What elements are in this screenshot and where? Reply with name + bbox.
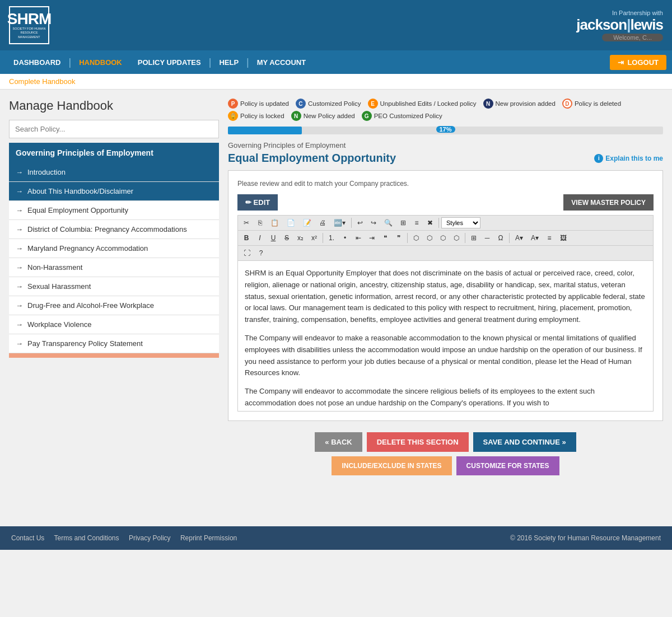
include-exclude-button[interactable]: INCLUDE/EXCLUDE IN STATES xyxy=(332,456,451,475)
view-master-button[interactable]: VIEW MASTER POLICY xyxy=(563,194,654,211)
nav-policy-updates[interactable]: POLICY UPDATES xyxy=(130,50,209,74)
logout-icon: ⇥ xyxy=(618,58,624,67)
badge-p: P xyxy=(228,99,238,109)
tb-redo[interactable]: ↪ xyxy=(367,217,380,228)
tb-align-c[interactable]: ⬡ xyxy=(423,232,436,244)
back-button[interactable]: « BACK xyxy=(315,432,362,452)
sidebar-item-introduction[interactable]: → Introduction xyxy=(9,163,219,182)
toolbar-row-2: B I U S x₂ x² 1. • ⇤ ⇥ ❝ ❞ ⬡ ⬡ ⬡ ⬡ ⊞ xyxy=(237,230,654,245)
sidebar-item-workplace-violence[interactable]: → Workplace Violence xyxy=(9,315,219,334)
tb-quote2[interactable]: ❞ xyxy=(393,232,405,244)
tb-remove-format[interactable]: ✖ xyxy=(424,217,436,228)
breadcrumb-link[interactable]: Complete Handbook xyxy=(9,77,76,86)
toolbar-row-3: ⛶ ? xyxy=(237,245,654,260)
footer-reprint[interactable]: Reprint Permission xyxy=(180,534,237,542)
tb-image[interactable]: 🖼 xyxy=(557,232,570,244)
editor-content[interactable]: SHRM is an Equal Opportunity Employer th… xyxy=(237,260,654,412)
sidebar-item-eeo[interactable]: → Equal Employment Opportunity xyxy=(9,201,219,220)
sidebar-item-drug-free[interactable]: → Drug-Free and Alcohol-Free Workplace xyxy=(9,296,219,315)
arrow-icon: → xyxy=(16,187,23,195)
tb-cut[interactable]: ✂ xyxy=(240,217,253,228)
tb-outdent[interactable]: ⇤ xyxy=(352,232,365,244)
shrm-sub: SOCIETY FOR HUMANRESOURCE MANAGEMENT xyxy=(10,27,48,39)
tb-align-left[interactable]: ≡ xyxy=(410,217,423,228)
info-icon: i xyxy=(594,154,603,163)
nav-handbook[interactable]: HANDBOOK xyxy=(71,50,130,74)
arrow-icon: → xyxy=(16,282,23,291)
tb-strikethrough[interactable]: S xyxy=(281,232,293,244)
tb-bg-color[interactable]: A▾ xyxy=(528,232,542,244)
sidebar-section-header: Governing Principles of Employment xyxy=(9,143,219,163)
sidebar-item-maryland[interactable]: → Maryland Pregnancy Accommodation xyxy=(9,239,219,258)
sidebar-item-sexual-harassment[interactable]: → Sexual Harassment xyxy=(9,277,219,296)
nav-help[interactable]: HELP xyxy=(211,50,246,74)
tb-paste2[interactable]: 📄 xyxy=(283,217,298,228)
footer-privacy[interactable]: Privacy Policy xyxy=(129,534,171,542)
tb-sep-5 xyxy=(465,233,465,243)
explain-link[interactable]: i Explain this to me xyxy=(594,154,663,163)
delete-button[interactable]: DELETE THIS SECTION xyxy=(367,432,469,452)
shrm-logo: SHRM SOCIETY FOR HUMANRESOURCE MANAGEMEN… xyxy=(9,6,49,44)
bottom-buttons: « BACK DELETE THIS SECTION SAVE AND CONT… xyxy=(228,432,663,475)
save-button[interactable]: SAVE AND CONTINUE » xyxy=(473,432,576,452)
tb-copy[interactable]: ⎘ xyxy=(254,217,266,228)
tb-undo[interactable]: ↩ xyxy=(354,217,366,228)
progress-container: 17% xyxy=(228,127,663,134)
tb-blockquote[interactable]: ❝ xyxy=(379,232,391,244)
tb-sep-2 xyxy=(438,218,439,228)
search-input[interactable] xyxy=(9,120,219,138)
legend: P Policy is updated C Customized Policy … xyxy=(228,99,663,121)
tb-spellcheck[interactable]: 🔤▾ xyxy=(330,217,349,228)
policy-title-row: Equal Employment Opportunity i Explain t… xyxy=(228,152,663,165)
tb-ordered-list[interactable]: 1. xyxy=(325,232,338,244)
logout-button[interactable]: ⇥ LOGOUT xyxy=(610,55,666,70)
tb-italic[interactable]: I xyxy=(254,232,266,244)
arrow-icon: → xyxy=(16,244,23,253)
tb-underline[interactable]: U xyxy=(267,232,279,244)
customize-states-button[interactable]: CUSTOMIZE FOR STATES xyxy=(456,456,559,475)
tb-select-all[interactable]: ⊞ xyxy=(397,217,409,228)
tb-align-r[interactable]: ⬡ xyxy=(437,232,449,244)
nav-dashboard[interactable]: DASHBOARD xyxy=(6,50,69,74)
top-header: SHRM SOCIETY FOR HUMANRESOURCE MANAGEMEN… xyxy=(0,0,672,50)
tb-fullscreen[interactable]: ⛶ xyxy=(240,247,254,259)
badge-lock: 🔒 xyxy=(228,111,238,121)
tb-superscript[interactable]: x² xyxy=(308,232,320,244)
tb-hr[interactable]: ─ xyxy=(481,232,493,244)
tb-font-color[interactable]: A▾ xyxy=(512,232,526,244)
edit-button[interactable]: ✏ EDIT xyxy=(237,194,278,211)
tb-align-l[interactable]: ⬡ xyxy=(410,232,422,244)
tb-subscript[interactable]: x₂ xyxy=(294,232,307,244)
tb-paste3[interactable]: 📝 xyxy=(300,217,315,228)
tb-unordered-list[interactable]: • xyxy=(339,232,351,244)
footer-terms[interactable]: Terms and Conditions xyxy=(54,534,119,542)
footer-contact[interactable]: Contact Us xyxy=(11,534,44,542)
legend-item-p: P Policy is updated xyxy=(228,99,289,109)
progress-bar: 17% xyxy=(228,127,663,134)
tb-more1[interactable]: ≡ xyxy=(543,232,556,244)
tb-justify[interactable]: ⬡ xyxy=(450,232,463,244)
tb-print[interactable]: 🖨 xyxy=(316,217,329,228)
nav-my-account[interactable]: MY ACCOUNT xyxy=(249,50,314,74)
sidebar-item-non-harassment[interactable]: → Non-Harassment xyxy=(9,258,219,277)
tb-bold[interactable]: B xyxy=(240,232,253,244)
sidebar-item-about[interactable]: → About This Handbook/Disclaimer xyxy=(9,182,219,201)
partner-label: In Partnership with xyxy=(576,10,663,16)
tb-sep-6 xyxy=(509,233,510,243)
tb-styles-select[interactable]: Styles xyxy=(441,217,480,228)
welcome-text: Welcome, C... xyxy=(576,34,663,41)
tb-help[interactable]: ? xyxy=(255,247,267,259)
tb-find[interactable]: 🔍 xyxy=(381,217,396,228)
shrm-letters: SHRM xyxy=(7,11,51,27)
tb-sep-4 xyxy=(407,233,408,243)
footer-copyright: © 2016 Society for Human Resource Manage… xyxy=(510,534,661,542)
tb-special-char[interactable]: Ω xyxy=(494,232,507,244)
main-content: Manage Handbook Governing Principles of … xyxy=(0,90,672,526)
tb-indent[interactable]: ⇥ xyxy=(366,232,378,244)
tb-paste[interactable]: 📋 xyxy=(267,217,282,228)
sidebar-item-pay-transparency[interactable]: → Pay Transparency Policy Statement xyxy=(9,334,219,353)
jackson-lewis-logo: jackson|lewis xyxy=(576,16,663,34)
sidebar-item-dc-pregnancy[interactable]: → District of Columbia: Pregnancy Accomm… xyxy=(9,220,219,239)
arrow-icon: → xyxy=(16,206,23,214)
tb-table[interactable]: ⊞ xyxy=(468,232,480,244)
